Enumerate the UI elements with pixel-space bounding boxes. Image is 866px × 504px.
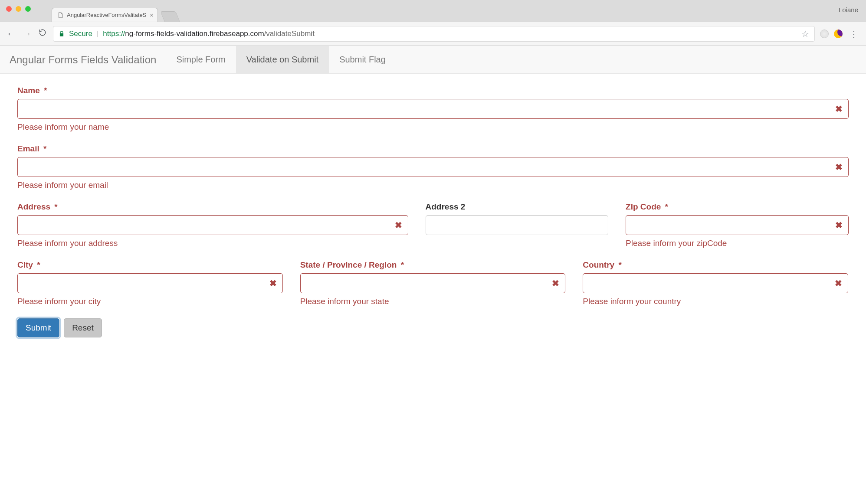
label-state: State / Province / Region * <box>300 260 566 270</box>
form-page: Name * ✖ Please inform your name Email *… <box>0 74 866 350</box>
browser-titlebar: AngularReactiveFormsValitateS × Loiane <box>0 0 866 22</box>
form-group-address2: Address 2 <box>426 202 609 248</box>
label-city: City * <box>17 260 283 270</box>
error-msg-state: Please inform your state <box>300 297 566 306</box>
browser-tab[interactable]: AngularReactiveFormsValitateS × <box>52 8 158 22</box>
form-group-zip: Zip Code * ✖ Please inform your zipCode <box>626 202 849 248</box>
window-close-icon[interactable] <box>6 6 12 12</box>
app-navbar: Angular Forms Fields Validation Simple F… <box>0 46 866 74</box>
address-bar[interactable]: Secure | https://ng-forms-fields-validat… <box>53 26 815 42</box>
browser-menu-icon[interactable]: ⋮ <box>848 29 860 39</box>
error-msg-name: Please inform your name <box>17 122 849 132</box>
secure-label: Secure <box>69 29 92 38</box>
extension-icon[interactable] <box>820 29 829 38</box>
input-address2[interactable] <box>426 215 609 235</box>
reload-button[interactable] <box>37 28 48 39</box>
label-email: Email * <box>17 144 849 154</box>
browser-toolbar: ← → Secure | https://ng-forms-fields-val… <box>0 22 866 46</box>
required-star-icon: * <box>44 86 47 95</box>
input-state[interactable] <box>300 273 566 293</box>
reset-button[interactable]: Reset <box>64 318 102 337</box>
input-city[interactable] <box>17 273 283 293</box>
required-star-icon: * <box>618 260 621 269</box>
window-fullscreen-icon[interactable] <box>25 6 31 12</box>
label-address2: Address 2 <box>426 202 609 212</box>
input-name[interactable] <box>17 99 849 119</box>
form-group-country: Country * ✖ Please inform your country <box>583 260 848 306</box>
error-x-icon: ✖ <box>552 278 559 288</box>
bookmark-star-icon[interactable]: ☆ <box>801 29 809 39</box>
error-x-icon: ✖ <box>835 104 843 114</box>
error-msg-email: Please inform your email <box>17 180 849 190</box>
error-x-icon: ✖ <box>835 278 842 288</box>
input-address[interactable] <box>17 215 408 235</box>
form-group-address: Address * ✖ Please inform your address <box>17 202 408 248</box>
required-star-icon: * <box>665 202 668 211</box>
button-row: Submit Reset <box>17 318 849 337</box>
error-msg-city: Please inform your city <box>17 297 283 306</box>
browser-chrome: AngularReactiveFormsValitateS × Loiane ←… <box>0 0 866 46</box>
navbar-brand[interactable]: Angular Forms Fields Validation <box>0 46 166 73</box>
browser-profile-name[interactable]: Loiane <box>839 6 858 13</box>
error-x-icon: ✖ <box>269 278 277 288</box>
error-msg-country: Please inform your country <box>583 297 848 306</box>
error-x-icon: ✖ <box>835 162 843 172</box>
browser-tab-title: AngularReactiveFormsValitateS <box>67 12 146 18</box>
error-x-icon: ✖ <box>835 220 843 230</box>
nav-item-validate-on-submit[interactable]: Validate on Submit <box>236 46 329 73</box>
required-star-icon: * <box>37 260 40 269</box>
error-msg-zip: Please inform your zipCode <box>626 239 849 248</box>
required-star-icon: * <box>43 144 46 153</box>
required-star-icon: * <box>54 202 57 211</box>
required-star-icon: * <box>401 260 404 269</box>
label-zip: Zip Code * <box>626 202 849 212</box>
nav-item-submit-flag[interactable]: Submit Flag <box>329 46 396 73</box>
form-group-state: State / Province / Region * ✖ Please inf… <box>300 260 566 306</box>
label-address: Address * <box>17 202 408 212</box>
back-button[interactable]: ← <box>6 28 16 39</box>
label-country: Country * <box>583 260 848 270</box>
extension-moon-icon[interactable] <box>834 29 843 38</box>
error-msg-address: Please inform your address <box>17 239 408 248</box>
page-icon <box>57 12 63 19</box>
form-group-name: Name * ✖ Please inform your name <box>17 86 849 132</box>
window-controls <box>6 6 31 12</box>
tab-close-icon[interactable]: × <box>150 12 153 18</box>
forward-button: → <box>22 28 32 39</box>
label-name: Name * <box>17 86 849 95</box>
form-group-city: City * ✖ Please inform your city <box>17 260 283 306</box>
error-x-icon: ✖ <box>395 220 402 230</box>
lock-icon <box>59 30 65 37</box>
input-email[interactable] <box>17 157 849 177</box>
window-minimize-icon[interactable] <box>16 6 21 12</box>
nav-item-simple-form[interactable]: Simple Form <box>166 46 236 73</box>
submit-button[interactable]: Submit <box>17 318 59 337</box>
form-group-email: Email * ✖ Please inform your email <box>17 144 849 190</box>
input-zip[interactable] <box>626 215 849 235</box>
url-text: https://ng-forms-fields-validation.fireb… <box>103 29 315 38</box>
input-country[interactable] <box>583 273 848 293</box>
new-tab-button[interactable] <box>161 11 180 22</box>
